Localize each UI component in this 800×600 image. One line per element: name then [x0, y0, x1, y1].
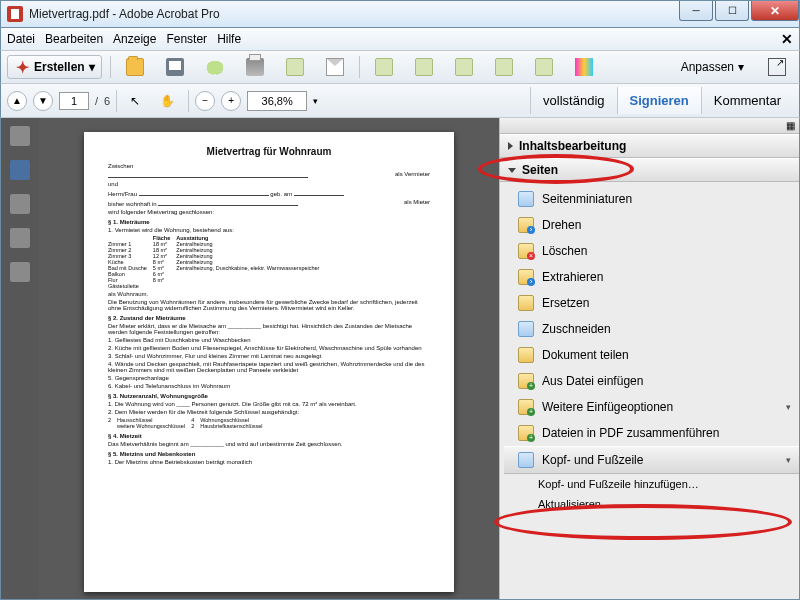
- header-footer-icon: [518, 452, 534, 468]
- generic-icon: [375, 58, 393, 76]
- separator: [188, 90, 189, 112]
- select-tool[interactable]: ↖: [123, 90, 147, 112]
- item-dokument-teilen[interactable]: Dokument teilen: [504, 342, 799, 368]
- titlebar: Mietvertrag.pdf - Adobe Acrobat Pro ─ ☐ …: [0, 0, 800, 28]
- fullscreen-button[interactable]: [761, 54, 793, 80]
- layers-panel-icon[interactable]: [10, 228, 30, 248]
- tool-button-1[interactable]: [368, 54, 400, 80]
- attachments-panel-icon[interactable]: [10, 194, 30, 214]
- page-separator: /: [95, 95, 98, 107]
- insert-file-icon: [518, 373, 534, 389]
- separator: [359, 56, 360, 78]
- zoom-out-button[interactable]: −: [195, 91, 215, 111]
- save-button[interactable]: [159, 54, 191, 80]
- navigation-sidebar: [1, 118, 39, 599]
- mail-icon: [326, 58, 344, 76]
- item-seitenminiaturen[interactable]: Seitenminiaturen: [504, 186, 799, 212]
- thumbnails-icon: [518, 191, 534, 207]
- cloud-button[interactable]: [199, 54, 231, 80]
- tab-kommentar[interactable]: Kommentar: [701, 87, 793, 114]
- tool-button-2[interactable]: [408, 54, 440, 80]
- item-loeschen[interactable]: Löschen: [504, 238, 799, 264]
- dropdown-icon: ▾: [89, 60, 95, 74]
- item-zuschneiden[interactable]: Zuschneiden: [504, 316, 799, 342]
- print-button[interactable]: [239, 54, 271, 80]
- menu-hilfe[interactable]: Hilfe: [217, 32, 241, 46]
- section-inhaltsbearbeitung[interactable]: Inhaltsbearbeitung: [500, 134, 799, 158]
- window-title: Mietvertrag.pdf - Adobe Acrobat Pro: [29, 7, 220, 21]
- page-down-button[interactable]: ▼: [33, 91, 53, 111]
- delete-icon: [518, 243, 534, 259]
- doc-title: Mietvertrag für Wohnraum: [108, 146, 430, 157]
- generic-icon: [495, 58, 513, 76]
- zoom-input[interactable]: [247, 91, 307, 111]
- menu-bearbeiten[interactable]: Bearbeiten: [45, 32, 103, 46]
- item-drehen[interactable]: Drehen: [504, 212, 799, 238]
- tab-vollstaendig[interactable]: vollständig: [530, 87, 616, 114]
- document-pane[interactable]: Mietvertrag für Wohnraum Zwischen als Ve…: [39, 118, 499, 599]
- menubar: Datei Bearbeiten Anzeige Fenster Hilfe ✕: [0, 28, 800, 50]
- item-weitere-einfuegeoptionen[interactable]: Weitere Einfügeoptionen▾: [504, 394, 799, 420]
- cloud-icon: [206, 58, 224, 76]
- open-button[interactable]: [119, 54, 151, 80]
- work-area: Mietvertrag für Wohnraum Zwischen als Ve…: [0, 118, 800, 600]
- item-dateien-zusammenfuehren[interactable]: Dateien in PDF zusammenführen: [504, 420, 799, 446]
- extract-icon: [518, 269, 534, 285]
- page-number-input[interactable]: [59, 92, 89, 110]
- signature-panel-icon[interactable]: [10, 262, 30, 282]
- section-label: Seiten: [522, 163, 558, 177]
- share-icon: [286, 58, 304, 76]
- customize-label: Anpassen: [681, 60, 734, 74]
- item-ersetzen[interactable]: Ersetzen: [504, 290, 799, 316]
- generic-icon: [455, 58, 473, 76]
- tool-button-5[interactable]: [528, 54, 560, 80]
- tab-signieren[interactable]: Signieren: [617, 87, 701, 114]
- customize-dropdown[interactable]: Anpassen ▾: [674, 56, 751, 78]
- menu-anzeige[interactable]: Anzeige: [113, 32, 156, 46]
- bookmarks-panel-icon[interactable]: [10, 160, 30, 180]
- page-up-button[interactable]: ▲: [7, 91, 27, 111]
- maximize-button[interactable]: ☐: [715, 1, 749, 21]
- create-button-label: Erstellen: [34, 60, 85, 74]
- subitem-aktualisieren[interactable]: Aktualisieren…: [504, 494, 799, 514]
- email-button[interactable]: [319, 54, 351, 80]
- more-insert-icon: [518, 399, 534, 415]
- app-icon: [7, 6, 23, 22]
- dropdown-icon[interactable]: ▾: [313, 96, 318, 106]
- pane-menu-icon[interactable]: ▦: [786, 120, 795, 131]
- expand-icon: [508, 168, 516, 173]
- minimize-button[interactable]: ─: [679, 1, 713, 21]
- share-button[interactable]: [279, 54, 311, 80]
- create-button[interactable]: ✦ Erstellen ▾: [7, 55, 102, 79]
- item-extrahieren[interactable]: Extrahieren: [504, 264, 799, 290]
- hand-tool[interactable]: ✋: [153, 90, 182, 112]
- menu-datei[interactable]: Datei: [7, 32, 35, 46]
- subitem-hinzufuegen[interactable]: Kopf- und Fußzeile hinzufügen…: [504, 474, 799, 494]
- fullscreen-icon: [768, 58, 786, 76]
- generic-icon: [415, 58, 433, 76]
- print-icon: [246, 58, 264, 76]
- item-kopf-und-fusszeile[interactable]: Kopf- und Fußzeile▾: [504, 446, 799, 474]
- document-page: Mietvertrag für Wohnraum Zwischen als Ve…: [84, 132, 454, 592]
- pages-panel-icon[interactable]: [10, 126, 30, 146]
- close-button[interactable]: ✕: [751, 1, 799, 21]
- separator: [110, 56, 111, 78]
- tools-pane-header: ▦: [500, 118, 799, 134]
- tools-pane: ▦ Inhaltsbearbeitung Seiten Seitenminiat…: [499, 118, 799, 599]
- combine-icon: [518, 425, 534, 441]
- section-label: Inhaltsbearbeitung: [519, 139, 626, 153]
- tool-button-4[interactable]: [488, 54, 520, 80]
- primary-toolbar: ✦ Erstellen ▾ Anpassen ▾: [0, 50, 800, 84]
- save-icon: [166, 58, 184, 76]
- tool-button-3[interactable]: [448, 54, 480, 80]
- zoom-in-button[interactable]: +: [221, 91, 241, 111]
- separator: [116, 90, 117, 112]
- dropdown-icon: ▾: [738, 60, 744, 74]
- section-seiten[interactable]: Seiten: [500, 158, 799, 182]
- item-aus-datei-einfuegen[interactable]: Aus Datei einfügen: [504, 368, 799, 394]
- tool-button-6[interactable]: [568, 54, 600, 80]
- generic-icon: [535, 58, 553, 76]
- seiten-tools-list: Seitenminiaturen Drehen Löschen Extrahie…: [500, 182, 799, 599]
- menu-fenster[interactable]: Fenster: [166, 32, 207, 46]
- document-close-button[interactable]: ✕: [781, 31, 793, 47]
